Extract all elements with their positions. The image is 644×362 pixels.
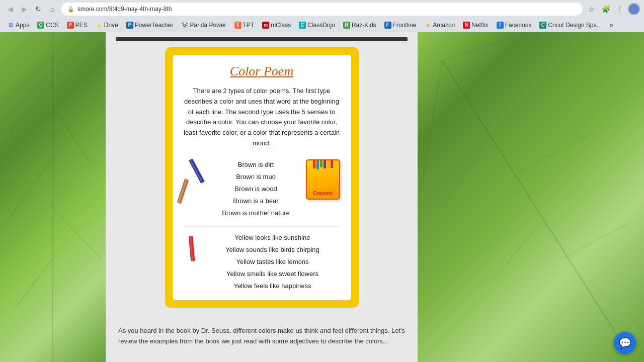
cricut-icon: C bbox=[539, 22, 546, 29]
svg-line-5 bbox=[15, 258, 53, 309]
bookmark-label: PES bbox=[75, 22, 88, 29]
more-button[interactable]: ⋮ bbox=[614, 3, 626, 15]
yellow-line-1: Yellow looks like sunshine bbox=[205, 232, 340, 244]
bookmark-amazon[interactable]: a Amazon bbox=[421, 21, 458, 30]
tan-crayon-icon bbox=[177, 178, 188, 204]
svg-line-8 bbox=[442, 60, 614, 331]
frontline-icon: F bbox=[384, 22, 391, 29]
poem-title: Color Poem bbox=[184, 64, 340, 79]
bottom-description: As you heard in the book by Dr. Seuss, d… bbox=[116, 326, 408, 347]
bookmark-razkids[interactable]: R Raz-Kids bbox=[340, 21, 379, 30]
ccs-icon: C bbox=[37, 22, 44, 29]
bookmark-label: Drive bbox=[104, 22, 118, 29]
yellow-line-4: Yellow smells like sweet flowers bbox=[205, 268, 340, 280]
brown-poem-lines: Brown is dirt Brown is mud Brown is wood… bbox=[210, 157, 302, 219]
bookmark-drive[interactable]: ▲ Drive bbox=[93, 21, 121, 30]
bookmark-label: Facebook bbox=[505, 22, 532, 29]
red-crayon-icon bbox=[188, 236, 194, 261]
forward-button[interactable]: ▶ bbox=[18, 3, 30, 15]
bookmark-label: mClass bbox=[271, 22, 291, 29]
svg-line-16 bbox=[590, 282, 644, 331]
scallop-dots-top: ●●●●●●●●●●●●●●●●●●●●● bbox=[168, 47, 356, 55]
pes-icon: P bbox=[67, 22, 74, 29]
poem-intro: There are 2 types of color poems. The fi… bbox=[184, 86, 340, 149]
crayons-box: Crayons bbox=[306, 159, 340, 200]
brown-line-4: Brown is a bear bbox=[210, 195, 302, 207]
bookmark-classdojo[interactable]: C ClassDojo bbox=[296, 21, 338, 30]
refresh-button[interactable]: ↻ bbox=[32, 3, 44, 15]
bookmark-label: ClassDojo bbox=[307, 22, 335, 29]
svg-line-15 bbox=[418, 85, 467, 124]
more-bookmarks-icon: » bbox=[610, 22, 613, 29]
brown-line-2: Brown is mud bbox=[210, 171, 302, 183]
bookmark-cricut[interactable]: C Cricut Design Spa... bbox=[536, 21, 605, 30]
card-content: Color Poem There are 2 types of color po… bbox=[173, 55, 351, 300]
back-button[interactable]: ◀ bbox=[4, 3, 16, 15]
extension-button[interactable]: 🧩 bbox=[600, 3, 612, 15]
yellow-poem-section: Yellow looks like sunshine Yellow sounds… bbox=[184, 232, 340, 292]
bookmark-label: Raz-Kids bbox=[352, 22, 376, 29]
bookmark-powerteacher[interactable]: P PowerTeacher bbox=[123, 21, 177, 30]
bookmark-mclass[interactable]: m mClass bbox=[259, 21, 294, 30]
razkids-icon: R bbox=[343, 22, 350, 29]
bookmark-pandapower[interactable]: 🐼 Panda Power bbox=[178, 21, 229, 30]
yellow-section-crayon bbox=[184, 232, 201, 277]
mini-crayons-row bbox=[313, 159, 333, 169]
powerteacher-icon: P bbox=[126, 22, 133, 29]
bookmark-label: Frontline bbox=[393, 22, 417, 29]
browser-toolbar: ◀ ▶ ↻ ⌂ 🔒 smore.com/8t4d9-may-4th-may-8t… bbox=[0, 0, 644, 18]
blue-crayon-icon bbox=[189, 158, 204, 184]
star-button[interactable]: ☆ bbox=[586, 3, 598, 15]
top-bar bbox=[116, 37, 408, 41]
leaf-vein-decoration bbox=[0, 32, 106, 362]
divider bbox=[184, 226, 340, 227]
nav-buttons: ◀ ▶ ↻ ⌂ bbox=[4, 3, 58, 15]
svg-line-7 bbox=[75, 72, 103, 108]
svg-line-4 bbox=[53, 208, 101, 258]
poem-card-container: ●●●●●●●●●●●●●●●●●●●●● Color Poem There a… bbox=[165, 47, 359, 308]
scalloped-border: ●●●●●●●●●●●●●●●●●●●●● Color Poem There a… bbox=[165, 47, 359, 308]
brown-line-3: Brown is wood bbox=[210, 183, 302, 195]
bookmark-frontline[interactable]: F Frontline bbox=[381, 21, 420, 30]
bookmark-label: TPT bbox=[243, 22, 255, 29]
profile-circle[interactable] bbox=[628, 3, 640, 15]
svg-line-6 bbox=[3, 72, 30, 108]
address-bar[interactable]: 🔒 smore.com/8t4d9-may-4th-may-8th bbox=[61, 3, 583, 16]
center-panel: ●●●●●●●●●●●●●●●●●●●●● Color Poem There a… bbox=[106, 32, 418, 362]
bookmarks-bar: ⊞ Apps C CCS P PES ▲ Drive P PowerTeache… bbox=[0, 18, 644, 32]
apps-icon: ⊞ bbox=[7, 22, 14, 29]
bookmark-label: Amazon bbox=[433, 22, 455, 29]
bookmark-label: Cricut Design Spa... bbox=[548, 22, 602, 29]
svg-line-17 bbox=[605, 85, 644, 110]
pandapower-icon: 🐼 bbox=[181, 22, 188, 29]
main-content: ●●●●●●●●●●●●●●●●●●●●● Color Poem There a… bbox=[0, 32, 644, 362]
yellow-poem-lines: Yellow looks like sunshine Yellow sounds… bbox=[205, 232, 340, 292]
tpt-icon: T bbox=[234, 22, 242, 29]
bookmark-label: Netflix bbox=[471, 22, 488, 29]
bookmark-ccs[interactable]: C CCS bbox=[34, 21, 61, 30]
right-leaf-background bbox=[418, 32, 644, 362]
yellow-line-2: Yellow sounds like birds chirping bbox=[205, 244, 340, 256]
bookmark-pes[interactable]: P PES bbox=[64, 21, 91, 30]
mclass-icon: m bbox=[262, 22, 269, 29]
bookmark-label: Panda Power bbox=[190, 22, 226, 29]
bookmark-apps[interactable]: ⊞ Apps bbox=[4, 21, 32, 30]
svg-line-13 bbox=[492, 223, 541, 282]
lock-icon: 🔒 bbox=[67, 6, 74, 13]
drive-icon: ▲ bbox=[96, 22, 103, 29]
home-button[interactable]: ⌂ bbox=[46, 3, 58, 15]
crayons-label: Crayons bbox=[312, 191, 333, 196]
svg-line-9 bbox=[423, 60, 442, 184]
bookmark-facebook[interactable]: f Facebook bbox=[494, 21, 535, 30]
bookmark-more[interactable]: » bbox=[607, 21, 616, 30]
chat-button[interactable]: 💬 bbox=[614, 332, 636, 354]
bookmark-netflix[interactable]: N Netflix bbox=[460, 21, 491, 30]
svg-line-2 bbox=[53, 108, 91, 163]
bookmark-tpt[interactable]: T TPT bbox=[231, 21, 258, 30]
yellow-line-3: Yellow tastes like lemons bbox=[205, 256, 340, 268]
netflix-icon: N bbox=[463, 22, 470, 29]
amazon-icon: a bbox=[424, 22, 431, 29]
classdojo-icon: C bbox=[299, 22, 306, 29]
svg-line-14 bbox=[565, 223, 629, 257]
facebook-icon: f bbox=[497, 22, 504, 29]
